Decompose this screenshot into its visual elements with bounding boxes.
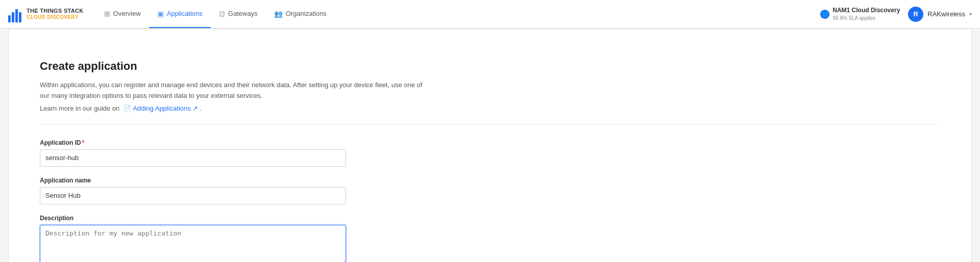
user-name: RAKwireless	[927, 10, 965, 18]
server-region: NAM1	[832, 7, 850, 14]
nav-item-organizations[interactable]: 👥 Organizations	[266, 0, 335, 28]
logo-bar-2	[12, 12, 14, 22]
brand-bottom-text: CLOUD DISCOVERY	[27, 14, 84, 20]
guide-prefix: Learn more in our guide on	[40, 104, 119, 112]
description-label: Description	[40, 215, 346, 222]
brand-text: THE THINGS STACK CLOUD DISCOVERY	[27, 8, 84, 20]
description-textarea[interactable]	[40, 225, 346, 262]
content-wrapper: Create application Within applications, …	[8, 29, 972, 262]
app-id-required: *	[82, 139, 85, 146]
external-link-icon: ↗	[192, 104, 198, 112]
main-content: Create application Within applications, …	[15, 39, 965, 262]
globe-icon: 🌐	[820, 10, 829, 19]
brand: THE THINGS STACK CLOUD DISCOVERY	[8, 6, 84, 22]
app-name-input[interactable]	[40, 187, 346, 204]
server-region-name: NAM1 Cloud Discovery	[832, 7, 900, 15]
app-name-label: Application name	[40, 177, 346, 184]
page-description: Within applications, you can register an…	[40, 80, 428, 101]
gateways-icon: ⊡	[219, 10, 225, 18]
guide-adding-applications-link[interactable]: 📄 Adding Applications ↗	[123, 104, 198, 112]
form-divider	[40, 124, 940, 125]
page-title: Create application	[40, 60, 940, 73]
app-id-label-text: Application ID	[40, 139, 81, 146]
logo-bar-3	[15, 9, 18, 22]
navbar: THE THINGS STACK CLOUD DISCOVERY ⊞ Overv…	[0, 0, 980, 29]
applications-icon: ▣	[157, 10, 164, 18]
brand-logo	[8, 6, 21, 22]
form-group-app-name: Application name	[40, 177, 346, 204]
nav-item-gateways[interactable]: ⊡ Gateways	[211, 0, 266, 28]
guide-link-text: Learn more in our guide on 📄 Adding Appl…	[40, 104, 940, 112]
nav-item-applications-label: Applications	[167, 10, 203, 17]
server-info: 🌐 NAM1 Cloud Discovery 99.9% SLA applies	[820, 7, 900, 21]
nav-items: ⊞ Overview ▣ Applications ⊡ Gateways 👥 O…	[96, 0, 335, 28]
brand-top-text: THE THINGS STACK	[27, 8, 84, 14]
book-icon: 📄	[123, 104, 131, 112]
nav-item-applications[interactable]: ▣ Applications	[149, 0, 211, 28]
form-section: Application ID* Application name Descrip…	[40, 139, 346, 262]
nav-item-gateways-label: Gateways	[228, 10, 258, 17]
app-id-label: Application ID*	[40, 139, 346, 146]
server-text: NAM1 Cloud Discovery 99.9% SLA applies	[832, 7, 900, 21]
navbar-right: 🌐 NAM1 Cloud Discovery 99.9% SLA applies…	[820, 7, 972, 22]
app-id-input[interactable]	[40, 149, 346, 167]
nav-item-overview-label: Overview	[113, 10, 141, 17]
form-group-app-id: Application ID*	[40, 139, 346, 167]
nav-item-overview[interactable]: ⊞ Overview	[96, 0, 149, 28]
server-sla: 99.9% SLA applies	[832, 15, 900, 21]
nav-item-organizations-label: Organizations	[286, 10, 327, 17]
user-avatar: R	[908, 7, 923, 22]
organizations-icon: 👥	[274, 10, 283, 18]
user-chevron-icon: ▾	[969, 11, 972, 17]
user-section[interactable]: R RAKwireless ▾	[908, 7, 972, 22]
form-group-description: Description Optional application descrip…	[40, 215, 346, 262]
overview-icon: ⊞	[104, 10, 110, 18]
logo-bar-4	[19, 12, 21, 22]
guide-suffix: .	[200, 104, 202, 112]
server-cloud-name: Cloud Discovery	[852, 7, 900, 14]
guide-link-label: Adding Applications	[133, 104, 190, 112]
logo-bar-1	[8, 15, 11, 22]
